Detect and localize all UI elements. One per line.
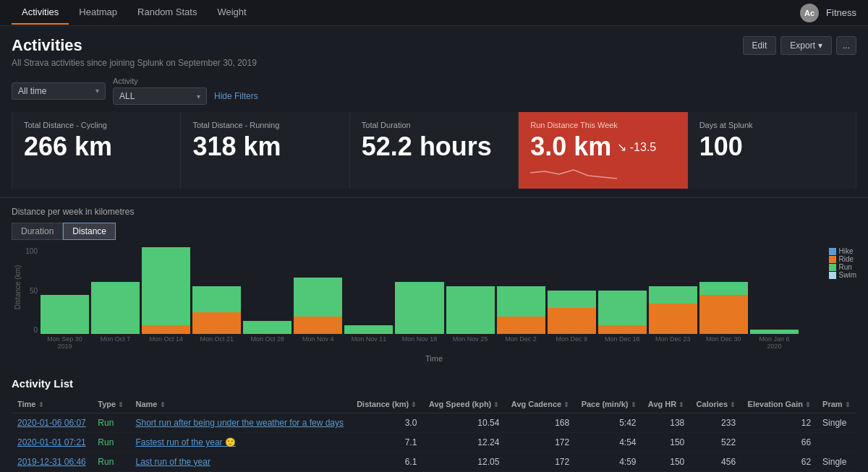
kpi-running-label: Total Distance - Running: [192, 121, 337, 129]
chart-inner: 100 50 0 Distance (km) Hike Ride: [12, 247, 856, 363]
avatar: Ac: [800, 4, 819, 22]
export-label: Export: [790, 40, 815, 51]
table-cell: 3.0: [351, 413, 423, 433]
x-labels: Mon Sep 30 2019Mon Oct 7Mon Oct 14Mon Oc…: [41, 335, 799, 350]
x-axis-title: Time: [12, 354, 856, 363]
chevron-down-icon: ▾: [818, 40, 822, 51]
bar-run: [699, 282, 748, 295]
time-filter-value: All time: [18, 86, 46, 96]
kpi-run-week-label: Run Distance This Week: [530, 121, 675, 129]
kpi-cycling-label: Total Distance - Cycling: [24, 121, 169, 129]
bar-run: [395, 282, 443, 334]
nav-item-activities[interactable]: Activities: [12, 1, 69, 25]
activity-filter-select[interactable]: ALL ▾: [113, 87, 207, 105]
kpi-days-value: 100: [699, 134, 844, 160]
nav-item-random-stats[interactable]: Random Stats: [127, 1, 207, 25]
x-label-11: Mon Dec 16: [598, 335, 647, 350]
col-time[interactable]: Time ⇕: [12, 395, 92, 413]
bar-ride: [294, 317, 342, 334]
bar-run: [446, 286, 495, 334]
tab-duration[interactable]: Duration: [12, 223, 63, 240]
bar-run: [649, 286, 697, 304]
bar-ride: [699, 295, 748, 334]
x-label-9: Mon Dec 2: [497, 335, 545, 350]
tab-distance[interactable]: Distance: [63, 223, 116, 240]
hide-filters-link[interactable]: Hide Filters: [214, 91, 258, 101]
table-header-row: Time ⇕ Type ⇕ Name ⇕ Distance (km) ⇕ Avg…: [12, 395, 856, 413]
sort-icon: ⇕: [805, 401, 811, 408]
table-cell: 7.1: [351, 433, 423, 452]
kpi-running-value: 318 km: [192, 134, 337, 160]
sort-icon: ⇕: [631, 401, 637, 408]
nav-right: Ac Fitness: [800, 4, 856, 22]
bar-run: [91, 282, 140, 334]
x-label-5: Mon Nov 4: [294, 335, 342, 350]
filters-bar: All time ▾ Activity ALL ▾ Hide Filters: [0, 74, 868, 112]
nav-item-weight[interactable]: Weight: [207, 1, 256, 25]
page-title: Activities: [12, 36, 257, 55]
table-cell: 233: [690, 413, 741, 433]
table-cell: 138: [642, 413, 691, 433]
chart-legend: Hike Ride Run Swim: [829, 247, 856, 279]
bar-ride: [649, 304, 697, 334]
chart-container: 100 50 0 Distance (km) Hike Ride: [12, 247, 856, 363]
kpi-run-week-value: 3.0 km: [530, 134, 611, 160]
table-cell: 62: [741, 452, 817, 472]
time-filter-group: All time ▾: [12, 82, 106, 100]
more-options-button[interactable]: ...: [836, 36, 856, 55]
page-title-block: Activities All Strava activities since j…: [12, 36, 257, 68]
col-cadence[interactable]: Avg Cadence ⇕: [505, 395, 575, 413]
chart-section: Distance per week in kilometres Duration…: [0, 198, 868, 372]
table-cell[interactable]: 2019-12-31 06:46: [12, 452, 92, 472]
hike-color: [829, 248, 836, 255]
table-cell: Run: [92, 413, 129, 433]
ride-color: [829, 256, 836, 263]
col-distance[interactable]: Distance (km) ⇕: [351, 395, 423, 413]
sort-icon: ⇕: [38, 401, 44, 408]
y-label-100: 100: [25, 247, 38, 255]
activity-filter-label: Activity: [113, 77, 207, 85]
sort-icon: ⇕: [845, 401, 851, 408]
col-speed[interactable]: Avg Speed (kph) ⇕: [422, 395, 505, 413]
col-type[interactable]: Type ⇕: [92, 395, 129, 413]
col-elevation[interactable]: Elevation Gain ⇕: [741, 395, 817, 413]
app-name: Fitness: [826, 7, 856, 18]
col-calories[interactable]: Calories ⇕: [690, 395, 741, 413]
table-cell: 6.1: [351, 452, 423, 472]
kpi-cycling-value: 266 km: [24, 134, 169, 160]
chart-title: Distance per week in kilometres: [12, 207, 856, 217]
table-cell[interactable]: Fastest run of the year 🙂: [130, 433, 351, 452]
col-name[interactable]: Name ⇕: [130, 395, 351, 413]
activity-list-title: Activity List: [12, 377, 856, 390]
time-filter-select[interactable]: All time ▾: [12, 82, 106, 100]
page-subtitle: All Strava activities since joining Splu…: [12, 58, 257, 68]
table-cell: 4:54: [575, 433, 642, 452]
table-cell[interactable]: Last run of the year: [130, 452, 351, 472]
table-cell: 150: [642, 433, 691, 452]
x-label-10: Mon Dec 9: [548, 335, 596, 350]
activity-filter-group: Activity ALL ▾: [113, 77, 207, 105]
bar-run: [548, 291, 596, 308]
table-header: Time ⇕ Type ⇕ Name ⇕ Distance (km) ⇕ Avg…: [12, 395, 856, 413]
sort-icon: ⇕: [678, 401, 684, 408]
x-label-3: Mon Oct 21: [192, 335, 241, 350]
table-cell[interactable]: Short run after being under the weather …: [130, 413, 351, 433]
table-cell[interactable]: 2020-01-01 07:21: [12, 433, 92, 452]
table-cell: Single: [817, 413, 856, 433]
bar-run: [294, 278, 342, 317]
kpi-run-week-value-row: 3.0 km ↘ -13.5: [530, 134, 675, 160]
table-row: 2020-01-06 06:07RunShort run after being…: [12, 413, 856, 433]
bar-run: [243, 321, 292, 334]
table-cell: Run: [92, 433, 129, 452]
col-pace[interactable]: Pace (min/k) ⇕: [575, 395, 642, 413]
col-pram[interactable]: Pram ⇕: [817, 395, 856, 413]
export-button[interactable]: Export ▾: [780, 36, 832, 55]
col-hr[interactable]: Avg HR ⇕: [642, 395, 691, 413]
nav-item-heatmap[interactable]: Heatmap: [69, 1, 127, 25]
table-cell[interactable]: 2020-01-06 06:07: [12, 413, 92, 433]
bar-ride: [598, 325, 647, 334]
table-row: 2019-12-31 06:46RunLast run of the year6…: [12, 452, 856, 472]
bar-ride: [142, 325, 190, 334]
table-cell: 172: [505, 433, 575, 452]
edit-button[interactable]: Edit: [743, 36, 777, 55]
